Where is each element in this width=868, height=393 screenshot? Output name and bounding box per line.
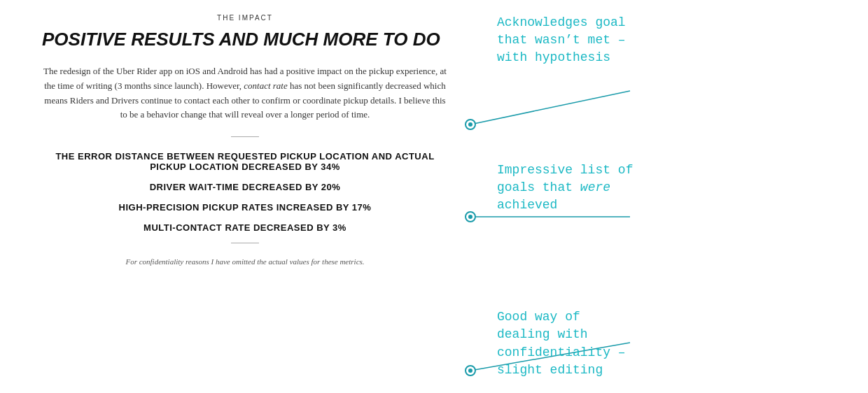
stat-item-1: THE ERROR DISTANCE BETWEEN REQUESTED PIC… [42, 151, 448, 172]
annotation-1-text: Acknowledges goalthat wasn’t met –with h… [497, 15, 626, 64]
footnote: For confidentiality reasons I have omitt… [42, 257, 448, 266]
page-wrapper: THE IMPACT Positive Results and Much Mor… [0, 0, 868, 393]
annotation-2-text: Impressive list ofgoals that wereachieve… [497, 163, 633, 212]
stat-item-2: DRIVER WAIT-TIME DECREASED BY 20% [42, 182, 448, 192]
divider-bottom [231, 243, 259, 243]
body-paragraph: The redesign of the Uber Rider app on iO… [42, 64, 448, 122]
annotation-2-italic: were [580, 180, 610, 194]
annotation-2: Impressive list ofgoals that wereachieve… [497, 155, 847, 222]
stats-list: THE ERROR DISTANCE BETWEEN REQUESTED PIC… [42, 151, 448, 233]
annotation-1: Acknowledges goalthat wasn’t met –with h… [497, 7, 847, 74]
stat-item-4: MULTI-CONTACT RATE DECREASED BY 3% [42, 222, 448, 233]
divider-top [231, 136, 259, 137]
main-content: THE IMPACT Positive Results and Much Mor… [0, 0, 476, 393]
annotation-3-text: Good way ofdealing withconfidentiality –… [497, 310, 626, 377]
annotation-3: Good way ofdealing withconfidentiality –… [497, 301, 847, 386]
body-text-italic: contact rate [244, 80, 287, 91]
section-label: THE IMPACT [42, 14, 448, 22]
main-title: Positive Results and Much More to Do [42, 29, 448, 50]
stat-item-3: HIGH-PRECISION PICKUP RATES INCREASED BY… [42, 202, 448, 213]
annotation-panel: Acknowledges goalthat wasn’t met –with h… [476, 0, 868, 393]
